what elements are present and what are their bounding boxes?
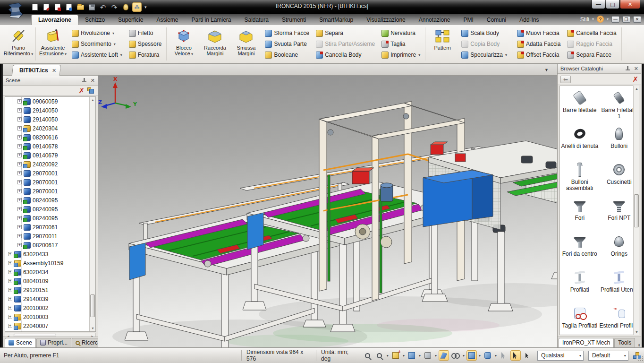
new-part-icon[interactable]	[42, 2, 51, 12]
select-tool-icon[interactable]	[510, 350, 521, 361]
ribbon-button[interactable]: Stira Parte/Assieme	[314, 39, 377, 49]
zoom-window-icon[interactable]	[363, 350, 373, 361]
scroll-up-icon[interactable]: ▲	[634, 86, 640, 92]
ribbon-button[interactable]: Specularizza	[459, 50, 509, 60]
scene-tree-item[interactable]: 08071461	[5, 330, 95, 332]
scroll-down-icon[interactable]: ▼	[634, 329, 640, 335]
minimize-button[interactable]: —	[592, 0, 605, 9]
catalog-item[interactable]: Barre filettate	[560, 88, 600, 124]
ribbon-tab[interactable]: Schizzo	[78, 15, 111, 25]
ribbon-button[interactable]: Scorrimento	[70, 39, 124, 49]
expand-icon[interactable]	[17, 198, 22, 202]
scene-tree-item[interactable]: 08240095	[5, 196, 95, 205]
expand-icon[interactable]	[17, 117, 22, 121]
ribbon-tab[interactable]: Parti in Lamiera	[185, 15, 237, 25]
ribbon-button[interactable]: Muovi Faccia	[515, 28, 562, 38]
configuration-combo[interactable]: Default ▾	[588, 351, 628, 361]
pattern-button[interactable]: Pattern	[427, 26, 458, 61]
help-icon[interactable]: ?	[597, 16, 604, 23]
document-list-dropdown-icon[interactable]: ▼	[544, 68, 549, 72]
expand-icon[interactable]	[17, 135, 22, 139]
expand-icon[interactable]	[17, 126, 22, 130]
catalog-item[interactable]: Profilati	[560, 268, 600, 303]
document-tab[interactable]: BITIKIT.ics ✕	[12, 65, 61, 76]
close-button[interactable]: ✕	[620, 0, 640, 9]
catalog-tab[interactable]: Tools	[614, 338, 635, 347]
panel-tab[interactable]: Propri...	[36, 338, 71, 347]
expand-icon[interactable]	[17, 171, 22, 175]
ribbon-button[interactable]: Sforma Facce	[263, 28, 311, 38]
scene-tree-scrollbar[interactable]: ▲ ▼	[89, 97, 95, 331]
catalog-clear-icon[interactable]: ✗	[632, 76, 638, 83]
qat-overflow-icon[interactable]: ▾	[144, 5, 147, 9]
ribbon-tab[interactable]: Assieme	[150, 15, 185, 25]
ribbon-button[interactable]: Nervatura	[380, 28, 422, 38]
ribbon-tab[interactable]: Annotazione	[412, 15, 457, 25]
ribbon-button[interactable]: Foratura	[127, 50, 164, 60]
render-icon[interactable]	[121, 2, 130, 12]
resize-grip[interactable]	[637, 356, 643, 362]
ribbon-button[interactable]: Assistente Loft	[70, 50, 124, 60]
expand-icon[interactable]	[17, 108, 22, 112]
scene-browser-icon[interactable]: ⁂	[132, 2, 142, 12]
visualization-icon[interactable]	[450, 350, 461, 361]
scene-tree-item[interactable]: 29070001	[5, 178, 95, 187]
ribbon-button[interactable]: Rivoluzione	[70, 28, 124, 38]
tree-filter-icon[interactable]	[87, 87, 94, 94]
scene-tree-item[interactable]: 08240095	[5, 205, 95, 214]
scene-tree-item[interactable]: 29140039	[5, 294, 95, 303]
smussa-margini-button[interactable]: Smussa Margini	[230, 26, 262, 61]
scene-tree-item[interactable]: 29120151	[5, 285, 95, 294]
ribbon-button[interactable]: Spessore	[127, 39, 164, 49]
viewport-3d[interactable]: X Y Z	[98, 76, 557, 347]
scene-tree-item[interactable]: 29140050	[5, 115, 95, 124]
scene-tree-item[interactable]: Assembly10159	[5, 259, 95, 268]
expand-icon[interactable]	[17, 162, 22, 166]
stili-dropdown-icon[interactable]: ▾	[592, 17, 594, 21]
document-close-icon[interactable]: ✕	[52, 68, 56, 74]
move-body-icon[interactable]	[423, 350, 433, 361]
scene-tree-item[interactable]: 09140678	[5, 142, 95, 151]
scene-tree-item[interactable]: 29140050	[5, 106, 95, 115]
ribbon-button[interactable]: Cancella Body	[314, 50, 377, 60]
scroll-up-icon[interactable]: ▲	[90, 97, 96, 103]
ribbon-minimize-icon[interactable]: —	[611, 16, 619, 23]
expand-icon[interactable]	[17, 216, 22, 220]
scene-tree-item[interactable]: 09060059	[5, 97, 95, 106]
ribbon-tab[interactable]: Superficie	[111, 15, 150, 25]
scene-tree-item[interactable]: 29070001	[5, 169, 95, 178]
ribbon-button[interactable]: Filetto	[127, 28, 164, 38]
display-mode-icon[interactable]	[466, 350, 477, 361]
expand-icon[interactable]	[17, 225, 22, 229]
pin-icon[interactable]	[82, 78, 87, 83]
save-icon[interactable]	[87, 2, 96, 12]
redo-icon[interactable]: ↷	[110, 2, 119, 12]
scene-tree-item[interactable]: 63020433	[5, 250, 95, 259]
ribbon-button[interactable]: Raggio Faccia	[565, 39, 618, 49]
scroll-down-icon[interactable]: ▼	[90, 325, 96, 331]
expand-icon[interactable]	[8, 315, 12, 319]
scene-tree-item[interactable]: 29070011	[5, 232, 95, 241]
restore-button[interactable]: ▢	[606, 0, 619, 9]
catalog-tabs-overflow-icon[interactable]: ⇟	[637, 343, 641, 347]
new-document-icon[interactable]	[30, 2, 40, 12]
scene-tree-item[interactable]: 24020304	[5, 124, 95, 133]
ribbon-button[interactable]: Imprimere	[380, 50, 422, 60]
camera-view-icon[interactable]	[407, 350, 417, 361]
ribbon-button[interactable]: Scala Body	[459, 28, 509, 38]
new-drawing-icon[interactable]	[53, 2, 62, 12]
scene-tree-item[interactable]: 22040007	[5, 321, 95, 330]
scene-tree-item[interactable]: 08200617	[5, 241, 95, 250]
new-scene-icon[interactable]	[64, 2, 74, 12]
catalog-item[interactable]: Bulloni assemblati	[560, 160, 600, 196]
ribbon-restore-icon[interactable]: ❐	[622, 16, 630, 23]
ribbon-tab[interactable]: Visualizzazione	[360, 15, 412, 25]
ribbon-tab[interactable]: SmartMarkup	[313, 15, 360, 25]
ribbon-tab[interactable]: Saldatura	[238, 15, 275, 25]
expand-icon[interactable]	[8, 306, 12, 310]
expand-icon[interactable]	[8, 279, 12, 283]
expand-icon[interactable]	[17, 144, 22, 148]
ribbon-tab[interactable]: Strumenti	[275, 15, 313, 25]
ironcad-logo-icon[interactable]	[5, 2, 25, 21]
open-icon[interactable]	[76, 2, 85, 12]
